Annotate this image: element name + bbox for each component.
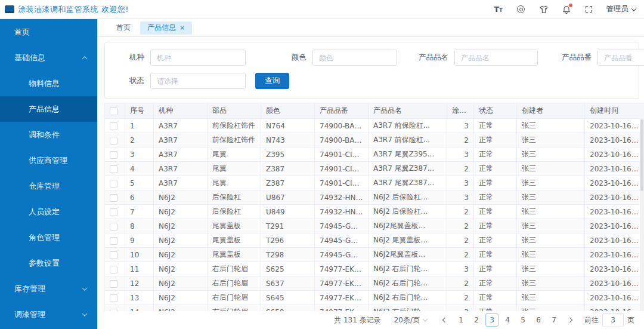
column-header-产品品名: 产品品名 [369, 103, 447, 119]
sidebar-item-基础信息[interactable]: 基础信息 [0, 45, 97, 70]
page-button-1[interactable]: 1 [454, 313, 467, 327]
chevron-down-icon [631, 6, 636, 11]
sidebar-item-角色管理[interactable]: 角色管理 [0, 225, 97, 250]
page-button-6[interactable]: 6 [532, 313, 545, 327]
fullscreen-icon[interactable] [584, 4, 595, 15]
row-checkbox[interactable] [110, 137, 117, 144]
cell-机种: N6J2 [154, 305, 208, 312]
select-all-checkbox[interactable] [110, 107, 117, 115]
row-select-cell [105, 176, 125, 190]
cell-涂装次: 3 [447, 305, 474, 312]
column-header-涂装次: 涂装次 [447, 103, 474, 119]
sidebar-item-调和条件[interactable]: 调和条件 [0, 122, 97, 147]
prev-page-button[interactable] [439, 314, 451, 326]
row-checkbox[interactable] [110, 194, 117, 202]
sidebar-item-label: 基础信息 [14, 53, 45, 63]
row-checkbox[interactable] [110, 122, 117, 130]
row-select-cell [105, 119, 125, 133]
row-checkbox[interactable] [110, 165, 117, 173]
row-checkbox[interactable] [110, 180, 117, 187]
cell-产品品番: 74945-GMLO0... [315, 233, 369, 248]
goto-page-input[interactable] [602, 313, 624, 327]
font-size-icon[interactable]: TT [493, 4, 504, 15]
tab-产品信息[interactable]: 产品信息× [140, 21, 192, 35]
sidebar-item-调漆管理[interactable]: 调漆管理 [0, 302, 97, 327]
row-checkbox[interactable] [110, 223, 117, 230]
theme-icon[interactable] [538, 4, 549, 15]
row-checkbox[interactable] [110, 251, 117, 259]
tab-首页[interactable]: 首页 [109, 21, 138, 35]
sidebar-item-label: 首页 [14, 27, 30, 38]
sidebar-item-库存管理[interactable]: 库存管理 [0, 276, 97, 302]
product-name-input[interactable] [454, 50, 538, 66]
user-menu[interactable]: 管理员 [606, 4, 636, 14]
sidebar-item-人员设定[interactable]: 人员设定 [0, 199, 97, 225]
notifications-bell-icon[interactable] [561, 4, 572, 15]
cell-涂装次: 2 [447, 205, 474, 219]
page-button-7[interactable]: 7 [547, 313, 561, 327]
row-select-cell [105, 276, 125, 291]
column-header-创建者: 创建者 [517, 103, 585, 119]
row-checkbox[interactable] [110, 151, 117, 159]
cell-创建者: 张三 [517, 276, 585, 291]
cell-状态: 正常 [474, 219, 517, 233]
table-row: 12N6J2右后门轮眉S63774977-EKIJM0...N6J2 右后门轮.… [105, 276, 644, 291]
cell-涂装次: 3 [447, 147, 474, 162]
cell-部品: 尾翼 [208, 176, 261, 190]
row-checkbox[interactable] [110, 294, 117, 302]
status-select[interactable] [150, 73, 246, 89]
help-icon[interactable] [516, 4, 527, 15]
product-number-input[interactable] [597, 50, 644, 66]
cell-创建时间: 2023-10-16 00:... [585, 190, 644, 205]
cell-颜色: U849 [261, 205, 315, 219]
cell-创建者: 张三 [517, 133, 585, 147]
sidebar-item-label: 角色管理 [29, 232, 60, 243]
sidebar-item-仓库管理[interactable]: 仓库管理 [0, 173, 97, 199]
scrollbar-thumb[interactable] [640, 119, 643, 191]
row-checkbox[interactable] [110, 309, 117, 312]
cell-状态: 正常 [474, 147, 517, 162]
cell-机种: N6J2 [154, 233, 208, 248]
cell-状态: 正常 [474, 205, 517, 219]
sidebar-item-供应商管理[interactable]: 供应商管理 [0, 147, 97, 173]
page-button-2[interactable]: 2 [470, 313, 483, 327]
sidebar-item-参数设置[interactable]: 参数设置 [0, 250, 97, 276]
sidebar-item-产品信息[interactable]: 产品信息 [0, 96, 97, 122]
cell-机种: N6J2 [154, 276, 208, 291]
query-button[interactable]: 查询 [255, 73, 289, 89]
row-checkbox[interactable] [110, 280, 117, 288]
table-row: 14N6J2右后门轮眉S65974977-EKIJM0...N6J2 右后门轮.… [105, 305, 644, 312]
page-button-5[interactable]: 5 [516, 313, 530, 327]
cell-颜色: N743 [261, 133, 315, 147]
sidebar-item-首页[interactable]: 首页 [0, 19, 97, 45]
page-button-3[interactable]: 3 [485, 313, 499, 327]
row-checkbox[interactable] [110, 208, 117, 216]
sidebar-item-label: 参数设置 [29, 258, 60, 269]
color-input[interactable] [312, 50, 397, 66]
row-checkbox[interactable] [110, 237, 117, 245]
sidebar-item-物料信息[interactable]: 物料信息 [0, 70, 97, 96]
close-tab-icon[interactable]: × [179, 24, 185, 31]
cell-机种: A3R7 [154, 119, 208, 133]
cell-创建者: 张三 [517, 248, 585, 262]
table-scrollbar[interactable] [640, 118, 644, 311]
row-checkbox[interactable] [110, 266, 117, 273]
user-name: 管理员 [606, 4, 629, 14]
page-button-4[interactable]: 4 [501, 313, 514, 327]
products-table-wrap: 序号机种部品颜色产品品番产品品名涂装次状态创建者创建时间 1A3R7前保险杠饰件… [104, 103, 644, 311]
cell-颜色: T296 [261, 233, 315, 248]
search-row-1: 机种 颜色 产品品名 产品品番 [105, 50, 639, 66]
page-size-select[interactable]: 20条/页 [391, 315, 431, 325]
cell-产品品名: N6J2 尾翼盖板... [369, 233, 447, 248]
sidebar-item-label: 人员设定 [29, 207, 60, 217]
cell-创建者: 张三 [517, 291, 585, 305]
cell-产品品番: 74945-GMLO0... [315, 219, 369, 233]
cell-部品: 后保险杠 [208, 205, 261, 219]
cell-部品: 尾翼盖板 [208, 233, 261, 248]
next-page-button[interactable] [564, 314, 576, 326]
cell-产品品名: N6J2尾翼盖板... [369, 219, 447, 233]
cell-序号: 7 [125, 205, 154, 219]
cell-创建者: 张三 [517, 262, 585, 276]
machine-type-input[interactable] [150, 50, 246, 66]
cell-产品品番: 74900-BAHG00... [315, 133, 369, 147]
